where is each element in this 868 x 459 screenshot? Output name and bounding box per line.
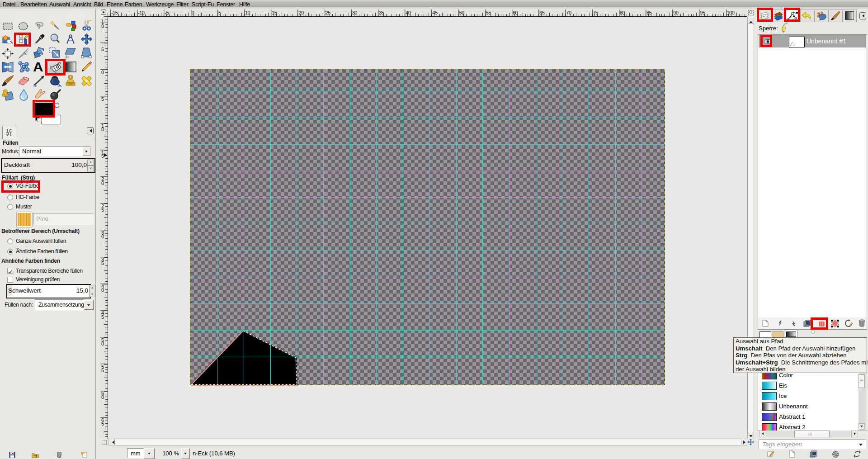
svg-text:A: A — [33, 61, 43, 73]
